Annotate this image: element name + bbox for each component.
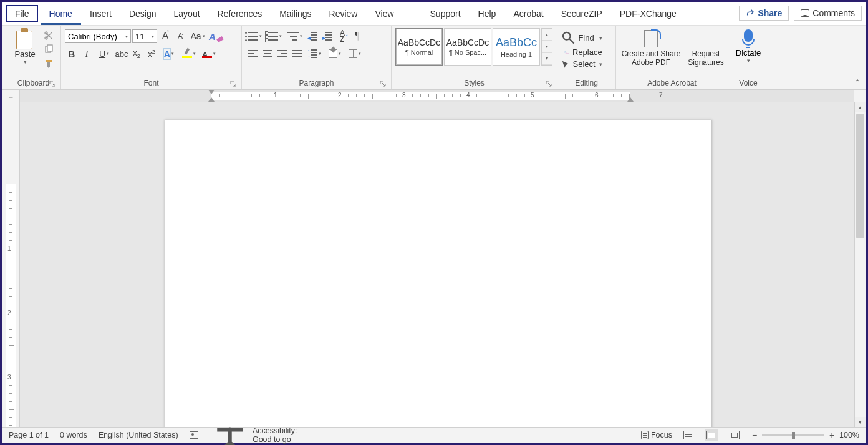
- tab-securezip[interactable]: SecureZIP: [552, 2, 611, 25]
- tab-file[interactable]: File: [6, 5, 38, 22]
- replace-button[interactable]: →← Replace: [561, 47, 602, 57]
- align-center-button[interactable]: [261, 47, 274, 61]
- style-no-spacing[interactable]: AaBbCcDc ¶ No Spac...: [444, 28, 491, 66]
- collapse-ribbon-button[interactable]: ⌃: [854, 78, 861, 87]
- tab-mailings[interactable]: Mailings: [271, 2, 320, 25]
- line-spacing-button[interactable]: ↑↓▾: [306, 47, 324, 61]
- voice-group-label: Voice: [739, 79, 757, 87]
- styles-up[interactable]: ▴: [542, 29, 552, 41]
- font-launcher[interactable]: [229, 79, 238, 88]
- print-layout-button[interactable]: [705, 429, 718, 441]
- increase-indent-button[interactable]: ▸: [321, 29, 334, 43]
- read-mode-button[interactable]: [683, 431, 693, 439]
- shrink-font-icon: A⌄: [178, 32, 183, 41]
- req-sig-l2: Signatures: [688, 58, 723, 67]
- styles-launcher[interactable]: [544, 79, 553, 88]
- page[interactable]: [165, 120, 712, 427]
- justify-button[interactable]: [291, 47, 304, 61]
- style-heading1[interactable]: AaBbCc Heading 1: [493, 28, 540, 66]
- find-button[interactable]: Find▾: [561, 31, 602, 45]
- cut-button[interactable]: [44, 31, 54, 41]
- scroll-down[interactable]: ▾: [855, 417, 866, 427]
- zoom-out-button[interactable]: −: [751, 430, 758, 440]
- paste-button[interactable]: Paste ▾: [10, 27, 40, 65]
- copy-button[interactable]: [44, 44, 54, 54]
- styles-more[interactable]: ▾: [542, 53, 552, 65]
- change-case-button[interactable]: Aa▾: [188, 29, 207, 43]
- create-share-pdf-button[interactable]: Create and Share Adobe PDF: [620, 29, 682, 67]
- bold-button[interactable]: B: [65, 47, 79, 61]
- shrink-font-button[interactable]: A⌄: [173, 29, 187, 43]
- tab-pdfxchange[interactable]: PDF-XChange: [611, 2, 685, 25]
- tab-support[interactable]: Support: [422, 2, 470, 25]
- tab-insert[interactable]: Insert: [81, 2, 120, 25]
- superscript-button[interactable]: x2: [145, 47, 158, 61]
- show-marks-button[interactable]: ¶: [350, 29, 364, 43]
- tab-help[interactable]: Help: [470, 2, 505, 25]
- font-name-combo[interactable]: Calibri (Body)▾: [65, 29, 131, 43]
- tab-design[interactable]: Design: [120, 2, 165, 25]
- group-clipboard: Paste ▾ Clipboard: [6, 26, 61, 89]
- underline-button[interactable]: U▾: [95, 47, 113, 61]
- line-spacing-icon: ↑↓: [309, 49, 317, 58]
- numbering-button[interactable]: ▾: [266, 29, 284, 43]
- tab-layout[interactable]: Layout: [165, 2, 209, 25]
- zoom-in-button[interactable]: +: [828, 430, 836, 440]
- bullets-button[interactable]: ▾: [246, 29, 264, 43]
- clipboard-launcher[interactable]: [48, 79, 57, 88]
- document-canvas[interactable]: [20, 102, 854, 427]
- borders-button[interactable]: ▾: [345, 47, 364, 61]
- page-count[interactable]: Page 1 of 1: [9, 431, 49, 439]
- zoom-slider[interactable]: [762, 434, 824, 436]
- italic-button[interactable]: I: [80, 47, 94, 61]
- share-button[interactable]: Share: [739, 6, 789, 21]
- sort-button[interactable]: AZ↓: [335, 29, 349, 43]
- format-painter-button[interactable]: [44, 58, 54, 68]
- style-preview: AaBbCcDc: [446, 37, 489, 47]
- focus-mode-button[interactable]: Focus: [641, 431, 672, 439]
- web-layout-button[interactable]: [730, 431, 740, 439]
- language[interactable]: English (United States): [99, 431, 178, 439]
- tab-review[interactable]: Review: [321, 2, 367, 25]
- ruler-vertical[interactable]: 123: [2, 102, 20, 427]
- shading-icon: [329, 49, 337, 58]
- macro-recording[interactable]: [190, 431, 198, 439]
- tab-references[interactable]: References: [209, 2, 271, 25]
- font-size-combo[interactable]: 11▾: [132, 29, 157, 43]
- dictate-label: Dictate: [736, 48, 761, 57]
- style-normal[interactable]: AaBbCcDc ¶ Normal: [395, 28, 443, 66]
- search-icon: [561, 31, 576, 45]
- read-mode-icon: [683, 431, 693, 439]
- tab-view[interactable]: View: [366, 2, 402, 25]
- word-count[interactable]: 0 words: [60, 431, 87, 439]
- request-signatures-button[interactable]: Request Signatures: [686, 29, 726, 67]
- styles-down[interactable]: ▾: [542, 41, 552, 52]
- align-left-button[interactable]: [246, 47, 259, 61]
- shading-button[interactable]: ▾: [326, 47, 344, 61]
- strike-button[interactable]: abc: [115, 47, 128, 61]
- highlight-button[interactable]: ▾: [180, 47, 198, 61]
- decrease-indent-button[interactable]: ◂: [306, 29, 319, 43]
- paragraph-launcher[interactable]: [379, 79, 387, 88]
- bold-icon: B: [69, 49, 75, 59]
- grow-font-button[interactable]: A⌃: [158, 29, 172, 43]
- zoom-value[interactable]: 100%: [839, 431, 859, 439]
- text-effects-button[interactable]: A▾: [160, 47, 178, 61]
- scroll-up[interactable]: ▴: [855, 102, 866, 112]
- chevron-down-icon: ▾: [24, 59, 27, 65]
- cursor-icon: [561, 60, 571, 69]
- select-button[interactable]: Select▾: [561, 59, 602, 69]
- dictate-button[interactable]: Dictate ▾: [732, 27, 764, 64]
- multilevel-button[interactable]: ▾: [286, 29, 304, 43]
- ruler-h-track[interactable]: 1234567: [20, 90, 854, 102]
- clear-formatting-button[interactable]: A: [208, 29, 222, 43]
- tab-home[interactable]: Home: [41, 2, 81, 25]
- vertical-scrollbar[interactable]: ▴ ▾: [854, 102, 866, 427]
- subscript-button[interactable]: x2: [130, 47, 143, 61]
- scroll-thumb[interactable]: [856, 114, 864, 238]
- align-right-button[interactable]: [276, 47, 289, 61]
- tab-acrobat[interactable]: Acrobat: [504, 2, 552, 25]
- tab-selector[interactable]: ∟: [2, 90, 20, 102]
- font-color-button[interactable]: A▾: [200, 47, 218, 61]
- comments-button[interactable]: Comments: [794, 6, 862, 21]
